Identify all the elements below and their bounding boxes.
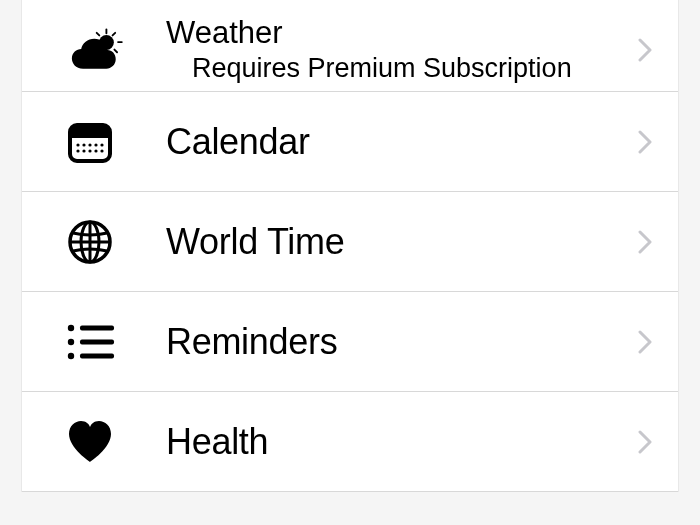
- svg-rect-8: [70, 131, 110, 138]
- label-wrap: Calendar: [166, 121, 636, 163]
- svg-rect-26: [80, 339, 114, 344]
- list-item-reminders[interactable]: Reminders: [22, 292, 678, 392]
- svg-rect-3: [111, 31, 116, 36]
- chevron-right-icon: [636, 427, 654, 457]
- chevron-right-icon: [636, 327, 654, 357]
- heart-icon: [62, 414, 118, 470]
- svg-rect-2: [117, 41, 123, 43]
- list-item-calendar[interactable]: Calendar: [22, 92, 678, 192]
- label-wrap: Health: [166, 421, 636, 463]
- svg-point-9: [76, 143, 79, 146]
- settings-list: Weather Requires Premium Subscription Ca…: [21, 0, 679, 492]
- item-subtitle: Requires Premium Subscription: [166, 53, 636, 84]
- list-icon: [62, 314, 118, 370]
- svg-rect-28: [80, 353, 114, 358]
- svg-point-14: [76, 149, 79, 152]
- label-wrap: Weather Requires Premium Subscription: [166, 15, 636, 84]
- svg-point-13: [100, 143, 103, 146]
- chevron-right-icon: [636, 127, 654, 157]
- label-wrap: World Time: [166, 221, 636, 263]
- list-item-weather[interactable]: Weather Requires Premium Subscription: [22, 0, 678, 92]
- svg-rect-24: [80, 325, 114, 330]
- weather-icon: [70, 22, 126, 78]
- list-item-health[interactable]: Health: [22, 392, 678, 492]
- svg-point-10: [82, 143, 85, 146]
- svg-point-12: [94, 143, 97, 146]
- item-title: Reminders: [166, 321, 636, 363]
- label-wrap: Reminders: [166, 321, 636, 363]
- svg-point-16: [88, 149, 91, 152]
- item-title: World Time: [166, 221, 636, 263]
- svg-point-17: [94, 149, 97, 152]
- globe-icon: [62, 214, 118, 270]
- svg-point-18: [100, 149, 103, 152]
- svg-rect-5: [95, 31, 100, 36]
- svg-point-15: [82, 149, 85, 152]
- svg-point-11: [88, 143, 91, 146]
- svg-point-25: [68, 338, 74, 344]
- svg-point-27: [68, 352, 74, 358]
- item-title: Weather: [166, 15, 636, 51]
- svg-point-23: [68, 324, 74, 330]
- item-title: Health: [166, 421, 636, 463]
- chevron-right-icon: [636, 227, 654, 257]
- item-title: Calendar: [166, 121, 636, 163]
- svg-rect-4: [113, 48, 118, 53]
- calendar-icon: [62, 114, 118, 170]
- svg-rect-1: [105, 28, 107, 34]
- chevron-right-icon: [636, 35, 654, 65]
- list-item-world-time[interactable]: World Time: [22, 192, 678, 292]
